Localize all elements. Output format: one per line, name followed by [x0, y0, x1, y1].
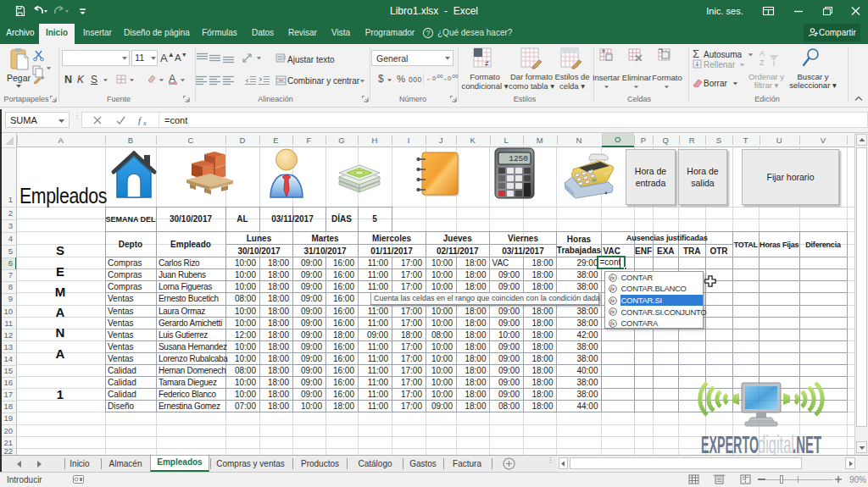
svg-text:fx: fx [610, 309, 615, 315]
svg-text:x: x [142, 119, 147, 126]
svg-text:?: ? [426, 29, 431, 37]
svg-text:1250: 1250 [509, 154, 528, 163]
svg-text:fx: fx [610, 320, 615, 326]
svg-text:digital: digital [758, 431, 794, 457]
svg-text:≠: ≠ [485, 59, 489, 68]
svg-text:fx: fx [610, 285, 615, 291]
svg-text:fx: fx [610, 274, 615, 280]
svg-text:Z: Z [760, 58, 765, 67]
svg-text:A: A [760, 49, 765, 58]
svg-text:f: f [138, 115, 142, 125]
svg-text:fx: fx [610, 297, 615, 303]
svg-text:.NET: .NET [793, 430, 821, 457]
svg-text:EXPERTO: EXPERTO [701, 430, 759, 457]
